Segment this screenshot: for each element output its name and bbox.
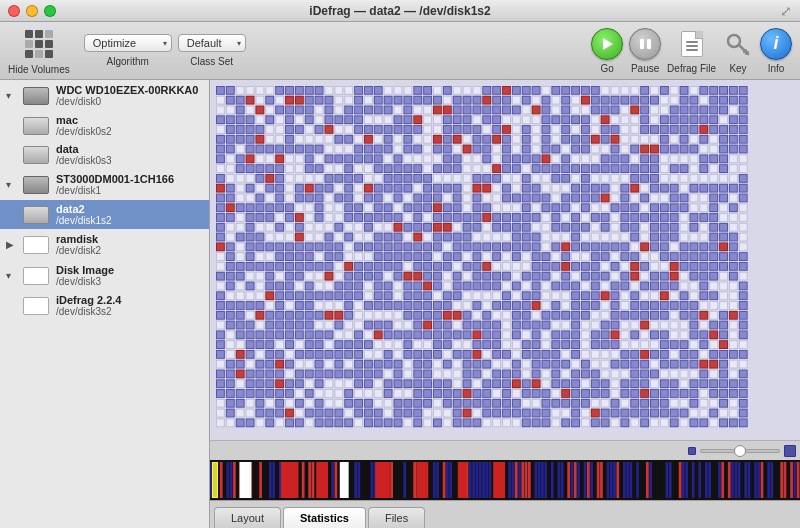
mini-map — [210, 460, 800, 500]
disk-name-ramdisk: ramdisk — [56, 233, 101, 245]
disk-header-diskimage[interactable]: ▾ Disk Image /dev/disk3 — [0, 260, 209, 291]
zoom-large-icon — [784, 445, 796, 457]
window-controls[interactable] — [8, 5, 56, 17]
defrag-file-button[interactable]: Defrag File — [667, 28, 716, 74]
vol-dev-idefrag: /dev/disk3s2 — [56, 306, 121, 317]
vol-dev-mac: /dev/disk0s2 — [56, 126, 112, 137]
disk-info-1: ST3000DM001-1CH166 /dev/disk1 — [56, 173, 174, 196]
hide-volumes-icon — [21, 26, 57, 62]
key-button[interactable]: Key — [722, 28, 754, 74]
disk-header-0[interactable]: ▾ WDC WD10EZEX-00RKKA0 /dev/disk0 — [0, 80, 209, 111]
right-panel: Layout Statistics Files — [210, 80, 800, 528]
algorithm-label: Algorithm — [107, 56, 149, 67]
zoom-small-icon — [688, 447, 696, 455]
disk-dev-diskimage: /dev/disk3 — [56, 276, 114, 287]
zoom-row — [210, 440, 800, 460]
file-shape — [681, 31, 703, 57]
disk-dev-0: /dev/disk0 — [56, 96, 198, 107]
vol-name-idefrag: iDefrag 2.2.4 — [56, 294, 121, 306]
pause-label: Pause — [631, 63, 659, 74]
main-content: ▾ WDC WD10EZEX-00RKKA0 /dev/disk0 mac /d… — [0, 80, 800, 528]
pause-icon — [629, 28, 661, 60]
pause-bars — [640, 39, 651, 49]
defrag-file-label: Defrag File — [667, 63, 716, 74]
zoom-slider[interactable] — [700, 449, 780, 453]
pause-button[interactable]: Pause — [629, 28, 661, 74]
disk-name-1: ST3000DM001-1CH166 — [56, 173, 174, 185]
disk-info-diskimage: Disk Image /dev/disk3 — [56, 264, 114, 287]
go-triangle — [603, 38, 613, 50]
tab-layout[interactable]: Layout — [214, 507, 281, 528]
volume-idefrag[interactable]: iDefrag 2.2.4 /dev/disk3s2 — [0, 291, 209, 320]
disk-group-diskimage: ▾ Disk Image /dev/disk3 iDefrag 2.2.4 /d… — [0, 260, 209, 320]
close-button[interactable] — [8, 5, 20, 17]
disk-icon-diskimage — [22, 265, 50, 287]
disk-header-ramdisk[interactable]: ▶ ramdisk /dev/disk2 — [0, 229, 209, 260]
info-label: Info — [768, 63, 785, 74]
disk-icon-0 — [22, 85, 50, 107]
disk-name-diskimage: Disk Image — [56, 264, 114, 276]
volume-mac[interactable]: mac /dev/disk0s2 — [0, 111, 209, 140]
vol-info-mac: mac /dev/disk0s2 — [56, 114, 112, 137]
disk-info-ramdisk: ramdisk /dev/disk2 — [56, 233, 101, 256]
volume-data2[interactable]: data2 /dev/disk1s2 — [0, 200, 209, 229]
mini-map-indicator — [212, 462, 218, 498]
vol-name-data: data — [56, 143, 112, 155]
disk-group-ramdisk: ▶ ramdisk /dev/disk2 — [0, 229, 209, 260]
vol-icon-mac — [22, 115, 50, 137]
disk-dev-1: /dev/disk1 — [56, 185, 174, 196]
disk-info-0: WDC WD10EZEX-00RKKA0 /dev/disk0 — [56, 84, 198, 107]
toolbar: Hide Volumes Optimize Defragment Compact… — [0, 22, 800, 80]
vol-dev-data: /dev/disk0s3 — [56, 155, 112, 166]
mini-map-canvas — [210, 460, 800, 500]
disk-group-1: ▾ ST3000DM001-1CH166 /dev/disk1 data2 /d… — [0, 169, 209, 229]
vol-info-idefrag: iDefrag 2.2.4 /dev/disk3s2 — [56, 294, 121, 317]
algorithm-control: Optimize Defragment Compact ▾ Algorithm — [84, 34, 172, 67]
sidebar: ▾ WDC WD10EZEX-00RKKA0 /dev/disk0 mac /d… — [0, 80, 210, 528]
minimize-button[interactable] — [26, 5, 38, 17]
algorithm-select-wrapper[interactable]: Optimize Defragment Compact ▾ — [84, 34, 172, 52]
block-map-container — [210, 80, 800, 440]
vol-name-mac: mac — [56, 114, 112, 126]
class-set-select[interactable]: Default Custom — [178, 34, 246, 52]
key-label: Key — [729, 63, 746, 74]
disk-icon-1 — [22, 174, 50, 196]
vol-info-data: data /dev/disk0s3 — [56, 143, 112, 166]
title-bar: iDefrag — data2 — /dev/disk1s2 ⤢ — [0, 0, 800, 22]
tab-statistics[interactable]: Statistics — [283, 507, 366, 528]
maximize-button[interactable] — [44, 5, 56, 17]
go-button[interactable]: Go — [591, 28, 623, 74]
defrag-file-icon — [676, 28, 708, 60]
bottom-tabs: Layout Statistics Files — [210, 500, 800, 528]
class-set-control: Default Custom ▾ Class Set — [178, 34, 246, 67]
svg-line-2 — [744, 50, 746, 52]
class-set-select-wrapper[interactable]: Default Custom ▾ — [178, 34, 246, 52]
disk-group-0: ▾ WDC WD10EZEX-00RKKA0 /dev/disk0 mac /d… — [0, 80, 209, 169]
key-icon — [722, 28, 754, 60]
go-icon — [591, 28, 623, 60]
tab-files[interactable]: Files — [368, 507, 425, 528]
vol-icon-data2 — [22, 204, 50, 226]
go-label: Go — [600, 63, 613, 74]
info-button[interactable]: i Info — [760, 28, 792, 74]
algorithm-select[interactable]: Optimize Defragment Compact — [84, 34, 172, 52]
window-title: iDefrag — data2 — /dev/disk1s2 — [309, 4, 490, 18]
disk-dev-ramdisk: /dev/disk2 — [56, 245, 101, 256]
disk-name-0: WDC WD10EZEX-00RKKA0 — [56, 84, 198, 96]
disk-arrow-diskimage: ▾ — [6, 270, 16, 281]
hide-volumes-button[interactable]: Hide Volumes — [8, 26, 70, 75]
info-icon: i — [760, 28, 792, 60]
volume-data[interactable]: data /dev/disk0s3 — [0, 140, 209, 169]
disk-arrow-ramdisk: ▶ — [6, 239, 16, 250]
class-set-label: Class Set — [190, 56, 233, 67]
vol-icon-idefrag — [22, 295, 50, 317]
hide-volumes-label: Hide Volumes — [8, 64, 70, 75]
disk-arrow-0: ▾ — [6, 90, 16, 101]
disk-arrow-1: ▾ — [6, 179, 16, 190]
svg-line-3 — [746, 52, 748, 54]
disk-header-1[interactable]: ▾ ST3000DM001-1CH166 /dev/disk1 — [0, 169, 209, 200]
vol-name-data2: data2 — [56, 203, 112, 215]
vol-icon-data — [22, 144, 50, 166]
resize-icon[interactable]: ⤢ — [780, 3, 792, 19]
block-map-canvas — [214, 84, 796, 436]
